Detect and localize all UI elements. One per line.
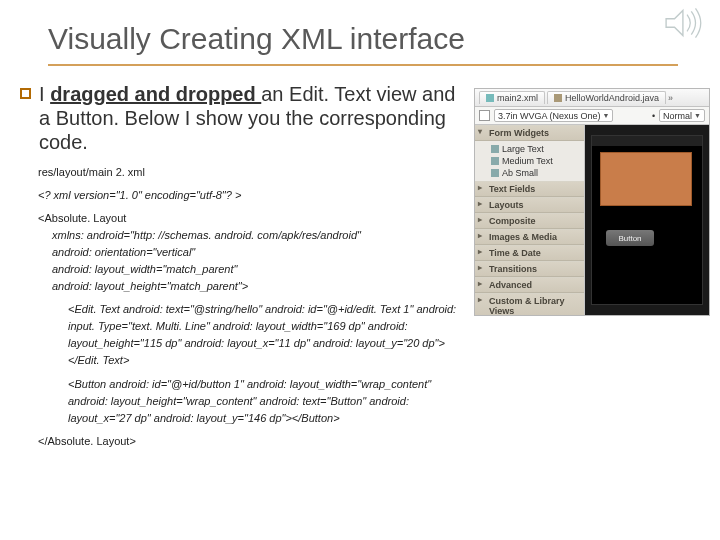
xml-declaration: <? xml version="1. 0" encoding="utf-8"? … bbox=[38, 187, 470, 204]
svg-rect-1 bbox=[486, 94, 494, 102]
mode-label: Normal bbox=[663, 111, 692, 121]
editor-toolbar: 3.7in WVGA (Nexus One) ▼ • Normal ▼ bbox=[475, 107, 709, 125]
palette-header[interactable]: Text Fields bbox=[475, 181, 584, 197]
bullet-prefix: I bbox=[39, 83, 50, 105]
edittext-widget[interactable] bbox=[600, 152, 692, 206]
tab-label: main2.xml bbox=[497, 93, 538, 103]
device-config-label: 3.7in WVGA (Nexus One) bbox=[498, 111, 601, 121]
speaker-icon bbox=[664, 6, 706, 40]
button-widget[interactable]: Button bbox=[606, 230, 654, 246]
edit-text-element: <Edit. Text android: text="@string/hello… bbox=[38, 301, 470, 369]
editor-tabstrip: main2.xml HelloWorldAndroid.java » bbox=[475, 89, 709, 107]
slide-title: Visually Creating XML interface bbox=[48, 22, 680, 56]
mode-bullet: • bbox=[652, 111, 655, 121]
palette-item[interactable]: Ab Small bbox=[491, 167, 582, 179]
square-bullet-icon bbox=[20, 88, 31, 99]
palette-item-label: Large Text bbox=[502, 144, 544, 154]
palette-header[interactable]: Images & Media bbox=[475, 229, 584, 245]
mode-dropdown[interactable]: Normal ▼ bbox=[659, 109, 705, 122]
palette-item[interactable]: Large Text bbox=[491, 143, 582, 155]
palette-item-label: Ab Small bbox=[502, 168, 538, 178]
main-bullet: I dragged and dropped an Edit. Text view… bbox=[20, 82, 470, 154]
root-attr-1: android: orientation="vertical" bbox=[38, 244, 470, 261]
palette-item-label: Medium Text bbox=[502, 156, 553, 166]
palette-header[interactable]: Layouts bbox=[475, 197, 584, 213]
root-attr-3: android: layout_height="match_parent"> bbox=[38, 278, 470, 295]
layout-editor-panel: main2.xml HelloWorldAndroid.java » 3.7in… bbox=[474, 88, 710, 316]
root-attr-0: xmlns: android="http: //schemas. android… bbox=[38, 227, 470, 244]
palette-item[interactable]: Medium Text bbox=[491, 155, 582, 167]
tab-main2[interactable]: main2.xml bbox=[479, 91, 545, 104]
bullet-underlined: dragged and dropped bbox=[50, 83, 261, 105]
tab-java[interactable]: HelloWorldAndroid.java bbox=[547, 91, 666, 104]
svg-marker-0 bbox=[666, 10, 683, 35]
tab-label: HelloWorldAndroid.java bbox=[565, 93, 659, 103]
java-file-icon bbox=[554, 94, 562, 102]
palette-header[interactable]: Advanced bbox=[475, 277, 584, 293]
code-path: res/layout/main 2. xml bbox=[38, 164, 470, 181]
device-screen[interactable]: Button bbox=[591, 135, 703, 305]
code-block: res/layout/main 2. xml <? xml version="1… bbox=[38, 164, 470, 450]
widget-icon bbox=[491, 157, 499, 165]
device-preview: Button bbox=[585, 125, 709, 315]
root-open: <Absolute. Layout bbox=[38, 210, 470, 227]
button-element: <Button android: id="@+id/button 1" andr… bbox=[38, 376, 470, 427]
tab-overflow-icon[interactable]: » bbox=[668, 93, 678, 103]
palette-header[interactable]: Time & Date bbox=[475, 245, 584, 261]
root-close: </Absolute. Layout> bbox=[38, 433, 470, 450]
palette-header[interactable]: Composite bbox=[475, 213, 584, 229]
svg-rect-2 bbox=[554, 94, 562, 102]
root-attr-2: android: layout_width="match_parent" bbox=[38, 261, 470, 278]
device-icon[interactable] bbox=[479, 110, 490, 121]
device-config-dropdown[interactable]: 3.7in WVGA (Nexus One) ▼ bbox=[494, 109, 613, 122]
xml-file-icon bbox=[486, 94, 494, 102]
status-bar bbox=[592, 136, 702, 146]
chevron-down-icon: ▼ bbox=[694, 112, 701, 119]
palette-header-form-widgets[interactable]: Form Widgets bbox=[475, 125, 584, 141]
widget-palette: Form Widgets Large Text Medium Text Ab S… bbox=[475, 125, 585, 315]
widget-icon bbox=[491, 145, 499, 153]
chevron-down-icon: ▼ bbox=[603, 112, 610, 119]
palette-header[interactable]: Transitions bbox=[475, 261, 584, 277]
widget-icon bbox=[491, 169, 499, 177]
title-underline bbox=[48, 64, 678, 66]
palette-header[interactable]: Custom & Library Views bbox=[475, 293, 584, 315]
